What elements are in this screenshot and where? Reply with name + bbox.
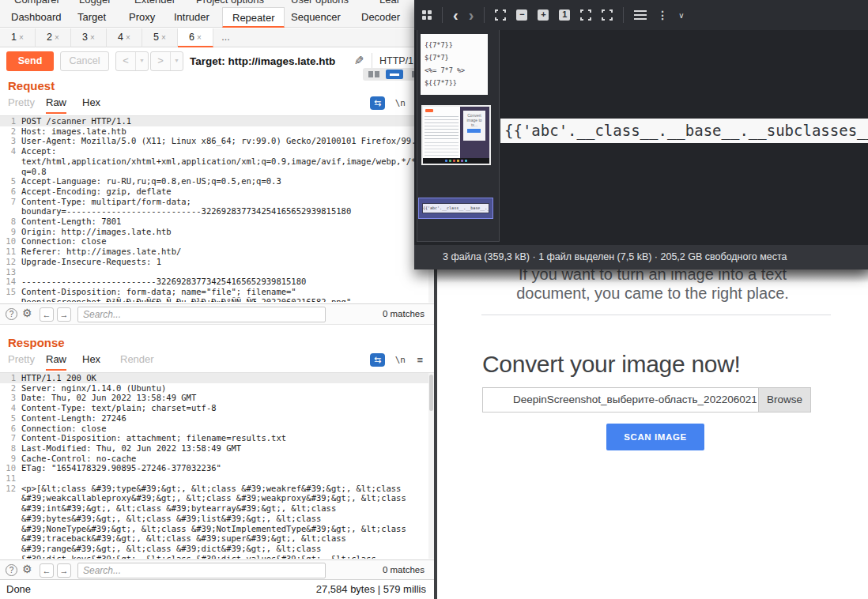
- next-match-button[interactable]: →: [57, 563, 71, 578]
- next-match-button[interactable]: →: [57, 307, 71, 322]
- repeater-tab-close-icon[interactable]: ×: [161, 33, 166, 42]
- tab-comparer[interactable]: Comparer: [14, 0, 60, 6]
- help-icon[interactable]: ?: [6, 308, 17, 320]
- layout-columns-button[interactable]: [365, 70, 383, 79]
- request-line: 12Upgrade-Insecure-Requests: 1: [0, 257, 434, 267]
- gear-icon[interactable]: ⚙: [22, 307, 32, 319]
- search-input[interactable]: [77, 563, 326, 578]
- prev-match-button[interactable]: ←: [40, 307, 54, 322]
- scrollbar[interactable]: [428, 373, 434, 559]
- show-newlines-icon[interactable]: \n: [395, 355, 406, 365]
- browse-button[interactable]: Browse: [758, 388, 810, 412]
- history-forward-button[interactable]: > ▼: [150, 51, 183, 71]
- repeater-tab-close-icon[interactable]: ×: [126, 33, 130, 42]
- fit-window-icon[interactable]: [580, 9, 591, 21]
- gear-icon[interactable]: ⚙: [22, 563, 32, 575]
- folder-view-icon[interactable]: [422, 10, 432, 20]
- tab-hex[interactable]: Hex: [82, 353, 100, 369]
- tab-proxy[interactable]: Proxy: [129, 11, 155, 23]
- show-newlines-icon[interactable]: \n: [395, 98, 406, 108]
- line-text: Content-Length: 27246: [21, 413, 126, 423]
- tab-logger[interactable]: Logger: [79, 0, 111, 6]
- chevron-down-icon[interactable]: ∨: [678, 11, 684, 20]
- fullscreen-icon[interactable]: [602, 9, 613, 21]
- repeater-tab[interactable]: 3×: [71, 28, 107, 47]
- response-line: &#39;int&#39;&gt;, &lt;class &#39;bytear…: [0, 503, 434, 514]
- forward-icon[interactable]: ›: [469, 8, 474, 22]
- http-version-label[interactable]: HTTP/1: [379, 55, 413, 66]
- inspector-toggle-icon[interactable]: ⇆: [370, 353, 385, 367]
- tab-intruder[interactable]: Intruder: [174, 11, 209, 23]
- repeater-tab[interactable]: 1×: [0, 28, 36, 47]
- tab-dashboard[interactable]: Dashboard: [11, 11, 62, 23]
- edit-target-icon[interactable]: ✎: [354, 54, 364, 68]
- repeater-tab[interactable]: 4×: [107, 28, 142, 47]
- repeater-tab-close-icon[interactable]: ×: [19, 33, 24, 42]
- scrollbar-thumb[interactable]: [429, 375, 433, 411]
- file-input[interactable]: DeepinScreenshot_выберите-область_202206…: [482, 387, 811, 413]
- response-editor[interactable]: 1HTTP/1.1 200 OK2Server: nginx/1.14.0 (U…: [0, 372, 434, 559]
- request-editor[interactable]: 1POST /scanner HTTP/1.12Host: images.lat…: [0, 115, 434, 303]
- tab-pretty[interactable]: Pretty: [8, 96, 35, 112]
- line-text: Accept:: [21, 146, 56, 156]
- tab-raw-selected[interactable]: Raw: [46, 96, 66, 114]
- back-icon[interactable]: ‹: [453, 8, 459, 22]
- tab-target[interactable]: Target: [77, 11, 106, 23]
- repeater-tab[interactable]: ...: [213, 28, 240, 47]
- editor-menu-icon[interactable]: ≡: [417, 354, 423, 366]
- actual-size-icon[interactable]: 1: [559, 9, 570, 21]
- tab-project-options[interactable]: Project options: [196, 0, 264, 6]
- tab-repeater-selected[interactable]: Repeater: [222, 7, 285, 28]
- send-button[interactable]: Send: [6, 51, 54, 71]
- response-line: 5Content-Length: 27246: [0, 413, 434, 424]
- line-text: &#39;bytes&#39;&gt;, &lt;class &#39;list…: [21, 514, 321, 523]
- cancel-button[interactable]: Cancel: [60, 51, 109, 71]
- layout-rows-button-active[interactable]: [386, 70, 403, 79]
- tab-extender[interactable]: Extender: [134, 0, 175, 6]
- zoom-in-icon[interactable]: +: [538, 9, 549, 21]
- preview-image[interactable]: {{'abc'.__class__.__base__.__subclasses_…: [500, 119, 868, 143]
- thumb-card: Convert image to tx...: [463, 111, 485, 141]
- history-back-button[interactable]: < ▼: [115, 51, 149, 71]
- response-panel: Response Pretty Raw Hex Render ⇆ \n ≡ 1H…: [0, 336, 434, 581]
- tab-raw-selected[interactable]: Raw: [46, 353, 66, 371]
- help-icon[interactable]: ?: [6, 564, 17, 576]
- repeater-tab[interactable]: 2×: [36, 28, 71, 47]
- line-text: Cache-Control: no-cache: [21, 454, 136, 463]
- response-line: 7Content-Disposition: attachment; filena…: [0, 433, 434, 443]
- list-view-icon[interactable]: [634, 10, 647, 20]
- tab-sequencer[interactable]: Sequencer: [291, 11, 341, 23]
- section-divider: [481, 315, 831, 315]
- tab-decoder[interactable]: Decoder: [361, 11, 400, 23]
- tab-user-options[interactable]: User options: [291, 0, 349, 6]
- more-options-icon[interactable]: ⋮: [657, 9, 668, 21]
- request-line: 4Accept:: [0, 146, 434, 156]
- tab-learn[interactable]: Lear: [379, 0, 400, 6]
- tab-render[interactable]: Render: [120, 353, 154, 369]
- response-line: &#39;NoneType&#39;&gt;, &lt;class &#39;N…: [0, 524, 434, 534]
- dropdown-arrow-icon[interactable]: ▼: [170, 52, 183, 70]
- crop-icon[interactable]: [495, 9, 506, 21]
- prev-match-button[interactable]: ←: [40, 563, 54, 578]
- dropdown-arrow-icon[interactable]: ▼: [135, 52, 148, 70]
- request-line: 8Content-Length: 7801: [0, 217, 434, 227]
- tab-pretty[interactable]: Pretty: [8, 353, 35, 369]
- repeater-tab-close-icon[interactable]: ×: [90, 33, 95, 42]
- repeater-tab[interactable]: 5×: [142, 28, 178, 47]
- inspector-toggle-icon[interactable]: ⇆: [370, 96, 385, 110]
- zoom-out-icon[interactable]: −: [516, 9, 527, 21]
- thumbnail-ssti-payloads[interactable]: {{7*7}} ${7*7} <%= 7*7 %> ${{7*7}}: [421, 34, 488, 95]
- scan-image-button[interactable]: SCAN IMAGE: [606, 424, 704, 450]
- line-text: text/html,application/xhtml+xml,applicat…: [21, 156, 421, 166]
- thumbnail-desktop-screenshot[interactable]: Convert image to tx...: [421, 105, 491, 165]
- thumbnail-selected-payload[interactable]: {{'abc'.__class__.__base__.__subclasses_…: [418, 198, 493, 219]
- tab-hex[interactable]: Hex: [82, 96, 100, 112]
- line-text: Content-Length: 7801: [21, 217, 121, 226]
- image-viewer-window: ‹ › − + 1 ⋮ ∨ {{7*7}} ${7*7} <%= 7*7 %> …: [414, 0, 868, 269]
- search-input[interactable]: [77, 307, 326, 322]
- response-line: 3Date: Thu, 02 Jun 2022 13:58:49 GMT: [0, 393, 434, 403]
- repeater-tab-close-icon[interactable]: ×: [197, 33, 202, 42]
- repeater-tab[interactable]: 6×: [178, 28, 213, 47]
- line-number: 4: [0, 403, 16, 413]
- repeater-tab-close-icon[interactable]: ×: [55, 33, 59, 42]
